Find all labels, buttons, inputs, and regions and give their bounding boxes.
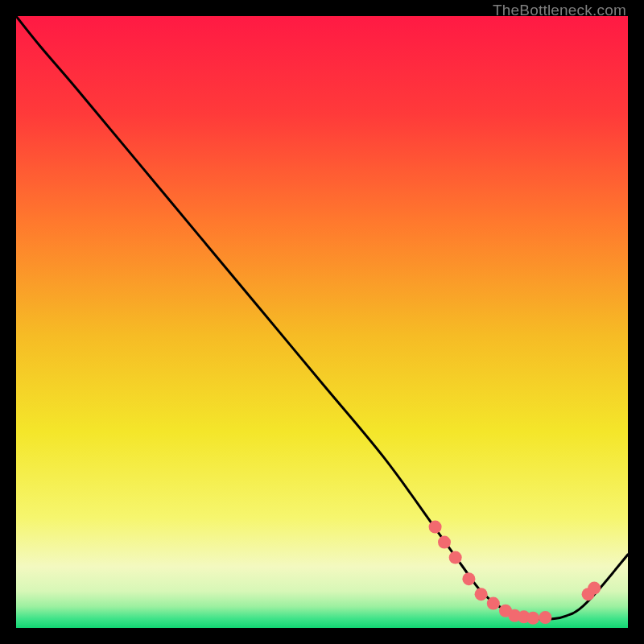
data-dot <box>429 521 442 534</box>
curve-layer <box>16 16 628 628</box>
plot-area <box>16 16 628 628</box>
data-dot <box>475 588 488 601</box>
chart-stage: TheBottleneck.com <box>0 0 644 644</box>
bottleneck-curve <box>16 16 628 619</box>
data-dot <box>539 611 551 624</box>
data-dot <box>526 612 539 625</box>
data-dot <box>487 597 500 610</box>
data-dot <box>588 582 601 595</box>
data-dot <box>462 572 475 585</box>
data-dot <box>449 551 462 564</box>
data-dot <box>438 536 451 549</box>
